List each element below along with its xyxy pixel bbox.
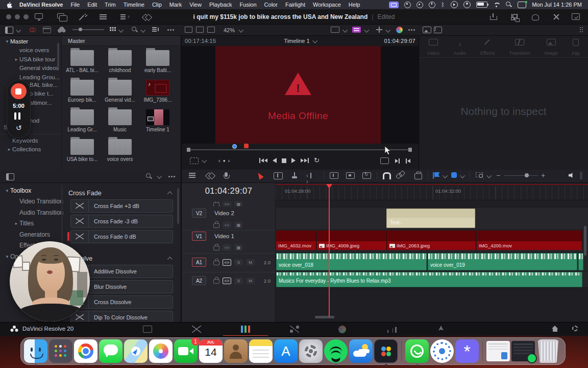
track-badge-a1[interactable]: A1 xyxy=(192,258,206,267)
media-bin-item-partial[interactable]: altimor... xyxy=(30,100,52,106)
panel-grip-icon[interactable] xyxy=(580,27,584,33)
settings-gear-icon[interactable] xyxy=(572,326,578,331)
transition-item[interactable]: Cross Fade -3 dB xyxy=(70,215,173,228)
media-pool-item[interactable]: General vid... xyxy=(101,78,139,107)
media-bin-item[interactable]: Keywords xyxy=(0,136,61,145)
menubar-clock[interactable]: Mon Jul 14 1:26 PM xyxy=(532,2,582,8)
selection-mode-icon[interactable] xyxy=(256,171,263,179)
track-enable-icon[interactable]: ▦ xyxy=(234,222,243,228)
media-bin-item[interactable]: ▸ USA bike tour xyxy=(0,55,61,64)
media-bin-item[interactable]: ▾ Master xyxy=(0,37,61,46)
transition-item[interactable]: Cross Fade 0 dB xyxy=(70,230,173,243)
effects-more-options-icon[interactable] xyxy=(168,176,170,177)
timeline-audio-clip[interactable]: voice over_019 xyxy=(428,253,577,270)
effects-search-caret-icon[interactable] xyxy=(157,174,162,179)
play-pre-roll-icon[interactable] xyxy=(406,158,410,164)
mixer-icon[interactable] xyxy=(510,13,520,20)
display-mode-icon[interactable] xyxy=(331,27,339,33)
track-badge-v2[interactable]: V2 xyxy=(192,209,206,218)
track-header-v1[interactable]: V1 Video 1 xyxy=(182,231,276,242)
viewer-scrubber[interactable] xyxy=(182,144,419,154)
stacked-timeline-icon[interactable] xyxy=(206,172,214,178)
edit-page-icon[interactable] xyxy=(240,324,251,335)
timeline-audio-clip[interactable]: Musics For everyday - Rythm Blues to Rel… xyxy=(276,272,582,287)
sizing-caret-icon[interactable] xyxy=(202,158,207,163)
menubar-menu[interactable]: Workspace xyxy=(313,2,341,8)
razor-edit-icon[interactable] xyxy=(291,172,298,179)
spotlight-search-icon[interactable] xyxy=(506,2,512,8)
trim-edit-icon[interactable] xyxy=(274,172,283,179)
track-lock-icon[interactable] xyxy=(213,279,219,284)
effects-tree-item[interactable]: Audio Transitions xyxy=(0,207,63,218)
menubar-menu[interactable]: View xyxy=(189,2,202,8)
sort-icon[interactable] xyxy=(152,27,159,32)
menubar-menu[interactable]: Playback xyxy=(209,2,232,8)
playhead-caret[interactable] xyxy=(326,184,332,189)
viewer-timeline-selector[interactable]: Timeline 1 xyxy=(182,38,419,44)
inspector-toggle-icon[interactable] xyxy=(572,13,580,20)
zoom-in-icon[interactable]: + xyxy=(541,172,545,179)
restart-icon[interactable]: ↺ xyxy=(7,124,30,131)
menubar-menu[interactable]: File xyxy=(70,2,80,8)
stop-icon[interactable] xyxy=(282,158,286,163)
thumbnail-size-slider[interactable] xyxy=(72,27,104,33)
dock-icon-davinci[interactable] xyxy=(374,339,398,363)
timeline-audio-clip[interactable] xyxy=(578,253,583,270)
auto-select-icon[interactable]: <> xyxy=(223,259,231,266)
track-lock-icon[interactable] xyxy=(213,223,219,228)
zoom-caret-icon[interactable] xyxy=(486,173,492,178)
auto-select-icon[interactable]: <> xyxy=(223,244,231,251)
metadata-icon[interactable] xyxy=(531,13,540,20)
media-bin-item[interactable]: ▸ Collections xyxy=(0,145,61,154)
media-bin-item-partial[interactable]: BAL bike... xyxy=(30,82,58,88)
loop-icon[interactable]: ↻ xyxy=(314,157,320,164)
insert-clip-icon[interactable] xyxy=(330,172,338,179)
pattern-caret-icon[interactable] xyxy=(364,28,369,33)
dock-icon-chrome[interactable] xyxy=(74,339,97,363)
media-bin-item[interactable]: General videos xyxy=(0,64,61,73)
zoom-out-icon[interactable]: − xyxy=(496,172,500,179)
auto-select-icon[interactable]: <> xyxy=(223,222,231,228)
auto-select-icon[interactable]: <> xyxy=(223,278,231,284)
marker-icon[interactable] xyxy=(451,172,457,178)
export-icon[interactable] xyxy=(489,13,498,20)
color-wheel-icon[interactable] xyxy=(396,27,403,33)
film-icon[interactable] xyxy=(434,27,442,33)
scrubber-left-handle[interactable] xyxy=(187,148,190,152)
inspector-tab[interactable]: Image xyxy=(545,39,558,57)
play-icon[interactable] xyxy=(291,158,296,163)
dock-icon-weather[interactable] xyxy=(349,339,373,363)
track-lock-icon[interactable] xyxy=(213,246,219,250)
transition-item[interactable]: Cross Fade +3 dB xyxy=(70,199,173,213)
dock-icon-purple-app[interactable]: * xyxy=(455,339,479,363)
menubar-menu[interactable]: Fairlight xyxy=(285,2,305,8)
cloud-icon[interactable] xyxy=(57,27,66,33)
power-bins-icon[interactable] xyxy=(30,27,36,33)
media-pool-item[interactable]: Leading Gr... xyxy=(63,107,101,137)
cut-page-icon[interactable] xyxy=(191,324,202,335)
collapse-section-icon[interactable] xyxy=(167,257,173,262)
timeline-clip[interactable]: IMG_4200.mov xyxy=(477,231,582,250)
inspector-tab[interactable]: Transition xyxy=(509,39,530,57)
menubar-menu[interactable]: Timeline xyxy=(124,2,144,8)
dock-separator[interactable] xyxy=(480,339,485,363)
menubar-menu[interactable]: Trim xyxy=(105,2,116,8)
menubar-app-name[interactable]: DaVinci Resolve xyxy=(19,2,63,8)
track-header-a1[interactable]: A1 <> S M 2.0 xyxy=(182,255,276,270)
track-badge-a2[interactable]: A2 xyxy=(192,276,206,285)
dock-window-thumb-light[interactable] xyxy=(486,341,510,361)
scrubber-playhead[interactable] xyxy=(244,144,249,148)
mute-icon[interactable]: M xyxy=(246,278,255,284)
effects-search-icon[interactable] xyxy=(146,173,152,179)
pause-icon[interactable] xyxy=(14,112,16,120)
dock-icon-photos[interactable] xyxy=(149,339,173,363)
dock-separator[interactable] xyxy=(399,339,404,363)
scrubber-right-handle[interactable] xyxy=(408,148,412,152)
scrubber-marker-blue[interactable] xyxy=(232,144,237,149)
timeline-timecode[interactable]: 01:04:29:07 xyxy=(182,186,276,196)
inspector-tab[interactable]: File xyxy=(572,39,580,57)
media-pool-item[interactable]: early Balti... xyxy=(139,48,177,78)
timeline-clip[interactable]: IMG_4032.mov xyxy=(276,231,316,250)
prev-clip-icon[interactable] xyxy=(259,158,267,163)
menubar-menu[interactable]: Mark xyxy=(169,2,182,8)
